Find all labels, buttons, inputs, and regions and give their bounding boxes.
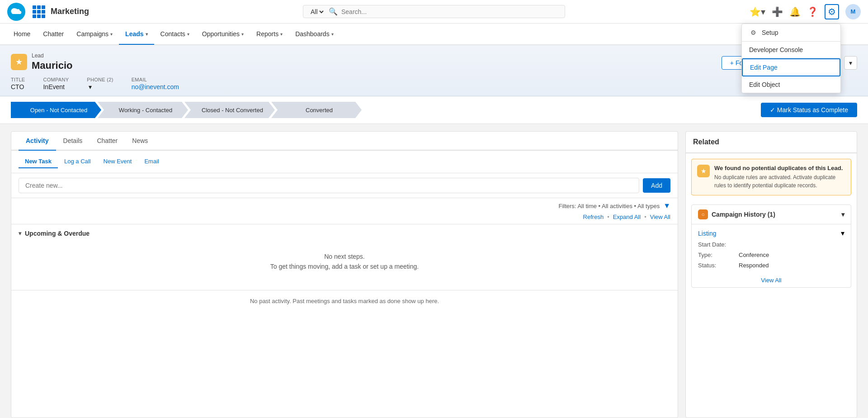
edit-page-menu-item[interactable]: Edit Page xyxy=(742,58,840,76)
links-row: Refresh • Expand All • View All xyxy=(11,214,678,224)
related-header: Related xyxy=(686,132,857,153)
reports-chevron: ▾ xyxy=(280,32,283,37)
edit-object-menu-item[interactable]: Edit Object xyxy=(742,76,840,93)
search-input[interactable] xyxy=(341,8,559,15)
nav-item-home[interactable]: Home xyxy=(7,24,37,45)
title-label: Title xyxy=(11,77,25,82)
tab-activity[interactable]: Activity xyxy=(19,132,56,151)
help-icon[interactable]: ❓ xyxy=(807,6,818,17)
mark-complete-button[interactable]: ✓ Mark Status as Complete xyxy=(761,103,857,117)
record-header: ★ Lead Mauricio + Follow New Case New ▾ … xyxy=(0,45,868,96)
campaign-view-all-link[interactable]: View All xyxy=(692,273,851,287)
email-btn[interactable]: Email xyxy=(138,155,165,168)
leads-chevron: ▾ xyxy=(146,32,148,37)
activity-actions: New Task Log a Call New Event Email xyxy=(11,151,678,173)
record-fields: Title CTO Company InEvent Phone (2) ▾ Em… xyxy=(11,77,857,96)
start-date-row: Start Date: xyxy=(698,241,844,248)
phone-dropdown-icon[interactable]: ▾ xyxy=(89,83,92,90)
new-event-btn[interactable]: New Event xyxy=(97,155,138,168)
title-value: CTO xyxy=(11,83,25,90)
empty-state: No next steps. To get things moving, add… xyxy=(11,242,678,281)
campaign-section-body: Listing ▾ Start Date: Type: Conference S… xyxy=(692,224,851,273)
add-button[interactable]: Add xyxy=(643,178,670,193)
create-new-input[interactable] xyxy=(19,178,639,193)
contacts-chevron: ▾ xyxy=(187,32,189,37)
phone-value[interactable]: ▾ xyxy=(87,83,113,90)
campaigns-chevron: ▾ xyxy=(110,32,113,37)
salesforce-logo[interactable] xyxy=(7,3,25,21)
search-category-select[interactable]: All xyxy=(309,8,325,16)
right-panel: Related ★ We found no potential duplicat… xyxy=(685,131,857,418)
app-nav: Home Chatter Campaigns ▾ Leads ▾ Contact… xyxy=(0,24,868,45)
view-all-link[interactable]: View All xyxy=(650,214,670,220)
upcoming-section-header[interactable]: ▾ Upcoming & Overdue xyxy=(11,224,678,242)
user-avatar[interactable]: M xyxy=(845,4,861,19)
record-type-icon: ★ xyxy=(11,54,27,70)
company-label: Company xyxy=(43,77,69,82)
duplicate-alert: ★ We found no potential duplicates of th… xyxy=(691,159,851,195)
nav-item-dashboards[interactable]: Dashboards ▾ xyxy=(289,24,340,45)
nav-item-contacts[interactable]: Contacts ▾ xyxy=(154,24,196,45)
email-label: Email xyxy=(132,77,179,82)
status-step-closed[interactable]: Closed - Not Converted xyxy=(184,102,275,118)
search-icon: 🔍 xyxy=(329,7,338,16)
favorites-icon[interactable]: ⭐▾ xyxy=(750,6,765,17)
more-actions-dropdown[interactable]: ▾ xyxy=(844,56,857,70)
status-row: Status: Responded xyxy=(698,262,844,269)
duplicate-alert-title: We found no potential duplicates of this… xyxy=(714,165,845,171)
campaign-icon: ○ xyxy=(698,209,708,219)
nav-item-reports[interactable]: Reports ▾ xyxy=(250,24,289,45)
duplicate-alert-body: No duplicate rules are activated. Activa… xyxy=(714,173,845,190)
app-name: Marketing xyxy=(51,7,89,16)
record-type-label: Lead xyxy=(32,52,72,59)
setup-icon: ⚙ xyxy=(749,28,757,37)
top-bar: Marketing All 🔍 ⭐▾ ➕ 🔔 ❓ ⚙ M xyxy=(0,0,868,24)
nav-item-leads[interactable]: Leads ▾ xyxy=(119,24,154,45)
setup-menu-item[interactable]: ⚙ Setup xyxy=(742,24,840,41)
tabs: Activity Details Chatter News xyxy=(11,132,678,151)
top-right-actions: ⭐▾ ➕ 🔔 ❓ ⚙ M xyxy=(750,4,861,19)
listing-expand-icon[interactable]: ▾ xyxy=(841,229,844,238)
status-path-container: Open - Not Contacted Working - Contacted… xyxy=(0,96,868,124)
left-panel: Activity Details Chatter News New Task L… xyxy=(11,131,678,418)
gear-dropdown: ⚙ Setup Developer Console Edit Page Edit… xyxy=(741,24,841,93)
type-row: Type: Conference xyxy=(698,252,844,258)
campaign-history-header[interactable]: ○ Campaign History (1) ▾ xyxy=(692,205,851,224)
search-bar: All 🔍 xyxy=(303,5,565,18)
new-task-btn[interactable]: New Task xyxy=(19,155,58,168)
refresh-link[interactable]: Refresh xyxy=(583,214,604,220)
opportunities-chevron: ▾ xyxy=(241,32,244,37)
upcoming-chevron-icon: ▾ xyxy=(19,230,21,237)
dashboards-chevron: ▾ xyxy=(331,32,334,37)
nav-item-opportunities[interactable]: Opportunities ▾ xyxy=(196,24,250,45)
record-name: Mauricio xyxy=(32,60,72,71)
tab-news[interactable]: News xyxy=(125,132,155,151)
app-menu-icon[interactable] xyxy=(33,5,45,18)
nav-item-campaigns[interactable]: Campaigns ▾ xyxy=(70,24,119,45)
add-icon[interactable]: ➕ xyxy=(772,6,783,17)
filters-row: Filters: All time • All activities • All… xyxy=(11,198,678,214)
status-step-open[interactable]: Open - Not Contacted xyxy=(11,102,101,118)
main-content: Activity Details Chatter News New Task L… xyxy=(0,124,868,418)
log-call-btn[interactable]: Log a Call xyxy=(58,155,97,168)
campaign-history-section: ○ Campaign History (1) ▾ Listing ▾ Start… xyxy=(691,204,851,288)
listing-link[interactable]: Listing xyxy=(698,230,716,237)
past-activity: No past activity. Past meetings and task… xyxy=(11,290,678,312)
developer-console-menu-item[interactable]: Developer Console xyxy=(742,42,840,58)
setup-gear-icon[interactable]: ⚙ xyxy=(825,4,839,19)
expand-all-link[interactable]: Expand All xyxy=(613,214,641,220)
campaign-section-collapse-icon[interactable]: ▾ xyxy=(841,211,844,218)
nav-item-chatter[interactable]: Chatter xyxy=(37,24,70,45)
create-new-row: Add xyxy=(11,173,678,198)
status-step-converted[interactable]: Converted xyxy=(271,102,362,118)
status-step-working[interactable]: Working - Contacted xyxy=(98,102,188,118)
phone-label: Phone (2) xyxy=(87,77,113,82)
email-value[interactable]: no@inevent.com xyxy=(132,83,179,90)
tab-chatter[interactable]: Chatter xyxy=(90,132,125,151)
duplicate-alert-icon: ★ xyxy=(697,165,710,177)
notifications-icon[interactable]: 🔔 xyxy=(789,6,801,17)
filter-icon[interactable]: ▼ xyxy=(663,202,670,210)
tab-details[interactable]: Details xyxy=(56,132,90,151)
campaign-title: Campaign History (1) xyxy=(712,211,775,218)
company-value: InEvent xyxy=(43,83,69,90)
